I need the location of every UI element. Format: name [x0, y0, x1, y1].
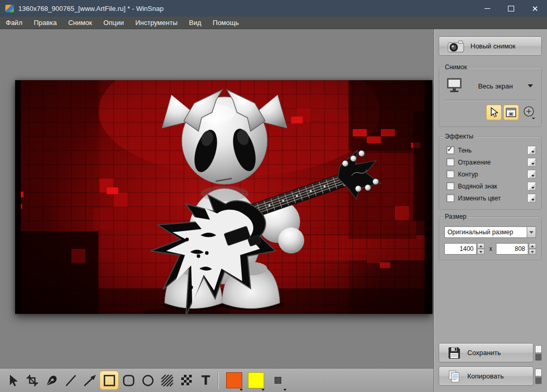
effect-row-outline: Контур [443, 168, 537, 180]
sidebar: Новый снимок Снимок Весь экран [434, 29, 547, 392]
stroke-size-swatch [275, 377, 281, 384]
menu-tools[interactable]: Инструменты [130, 18, 183, 28]
size-preset-dropdown-button[interactable] [527, 226, 536, 238]
stroke-size-picker[interactable] [268, 370, 287, 391]
captured-image [15, 80, 432, 314]
watermark-settings-button[interactable] [527, 182, 536, 191]
watermark-label: Водяной знак [458, 183, 527, 190]
save-button[interactable]: Сохранить [439, 343, 533, 362]
maximize-button[interactable] [499, 0, 523, 17]
reflection-settings-button[interactable] [527, 158, 536, 167]
rectangle-tool[interactable] [100, 371, 119, 390]
dimension-separator: x [484, 245, 496, 252]
spin-down-icon [531, 251, 534, 253]
secondary-color-dropdown-icon [262, 389, 265, 391]
menu-capture[interactable]: Снимок [63, 18, 98, 28]
pixelate-tool[interactable] [177, 371, 196, 390]
capture-cursor-toggle[interactable] [486, 105, 502, 120]
monitor-icon [445, 77, 463, 95]
capture-mode-dropdown[interactable]: Весь экран [443, 75, 537, 100]
new-snapshot-button[interactable]: Новый снимок [439, 36, 542, 56]
line-tool[interactable] [61, 371, 80, 390]
magnifier-plus-icon [523, 106, 536, 119]
arrow-icon [83, 374, 97, 387]
rounded-rectangle-tool[interactable] [119, 371, 138, 390]
reflection-label: Отражение [458, 159, 527, 166]
drawing-toolbar: T [0, 368, 433, 392]
shadow-checkbox[interactable] [446, 146, 454, 154]
ellipse-tool[interactable] [138, 371, 157, 390]
new-snapshot-label: Новый снимок [470, 42, 516, 50]
colorize-label: Изменить цвет [458, 195, 527, 202]
effects-group: Эффекты Тень Отражение Контур [439, 136, 542, 210]
text-tool[interactable]: T [196, 371, 215, 390]
svg-text:T: T [201, 374, 210, 387]
line-icon [64, 374, 78, 387]
shadow-label: Тень [458, 147, 527, 154]
rectangle-icon [103, 374, 116, 387]
maximize-icon [508, 6, 514, 11]
primary-color-picker[interactable] [225, 370, 243, 391]
watermark-checkbox[interactable] [446, 182, 454, 190]
effects-group-title: Эффекты [443, 133, 476, 140]
size-group: Размер Оригинальный размер x [439, 217, 542, 260]
spin-down-icon [479, 251, 482, 253]
title-bar: 1360x768_900765_[www.ArtFile.ru] * - Win… [0, 0, 547, 17]
chevron-down-icon [529, 231, 533, 234]
pen-tool[interactable] [42, 371, 61, 390]
effect-row-watermark: Водяной знак [443, 180, 537, 192]
width-stepper[interactable] [477, 243, 484, 255]
pen-icon [45, 374, 58, 387]
colorize-checkbox[interactable] [446, 194, 454, 202]
secondary-color-picker[interactable] [246, 370, 265, 391]
crop-tool[interactable] [22, 371, 42, 390]
primary-color-dropdown-icon [240, 389, 243, 391]
chevron-down-icon [528, 84, 533, 87]
outline-checkbox[interactable] [446, 170, 454, 178]
menu-help[interactable]: Помощь [207, 18, 244, 28]
save-label: Сохранить [467, 349, 501, 357]
save-options-button[interactable] [535, 345, 542, 361]
capture-group-title: Снимок [443, 64, 469, 71]
pixelate-icon [180, 374, 193, 387]
effect-row-colorize: Изменить цвет [443, 192, 537, 204]
size-group-title: Размер [443, 213, 468, 220]
select-arrow-icon [6, 374, 20, 387]
menu-file[interactable]: Файл [0, 18, 28, 28]
work-area: T [0, 29, 434, 392]
cursor-icon [489, 107, 499, 118]
width-input[interactable] [444, 243, 477, 255]
close-button[interactable]: ✕ [523, 0, 547, 17]
copy-options-button[interactable] [535, 369, 542, 384]
capture-window-toggle[interactable] [503, 105, 519, 120]
reflection-checkbox[interactable] [446, 158, 454, 166]
arrow-tool[interactable] [80, 371, 100, 390]
outline-settings-button[interactable] [527, 170, 536, 179]
copy-icon [447, 370, 461, 383]
menu-view[interactable]: Вид [183, 18, 207, 28]
shadow-settings-button[interactable] [527, 146, 536, 155]
winsnap-window: 1360x768_900765_[www.ArtFile.ru] * - Win… [0, 0, 547, 392]
menu-options[interactable]: Опции [98, 18, 130, 28]
spin-up-icon [531, 245, 534, 247]
canvas-area [0, 29, 433, 368]
colorize-settings-button[interactable] [527, 194, 536, 203]
copy-button[interactable]: Копировать [439, 366, 533, 386]
capture-zoom-button[interactable] [523, 106, 536, 119]
rounded-rectangle-icon [122, 374, 135, 387]
size-preset-combo[interactable]: Оригинальный размер [444, 226, 536, 238]
window-title: 1360x768_900765_[www.ArtFile.ru] * - Win… [18, 5, 475, 12]
height-input[interactable] [496, 243, 528, 255]
height-stepper[interactable] [529, 243, 536, 255]
minimize-button[interactable] [475, 0, 499, 17]
app-icon [5, 5, 14, 12]
toolbar-separator [218, 372, 219, 389]
menu-bar: Файл Правка Снимок Опции Инструменты Вид… [0, 17, 547, 29]
select-tool[interactable] [3, 371, 22, 390]
text-icon: T [199, 374, 213, 387]
spin-up-icon [479, 245, 482, 247]
hatch-tool[interactable] [157, 371, 177, 390]
window-icon [506, 108, 516, 117]
size-preset-value: Оригинальный размер [444, 226, 527, 238]
menu-edit[interactable]: Правка [28, 18, 63, 28]
